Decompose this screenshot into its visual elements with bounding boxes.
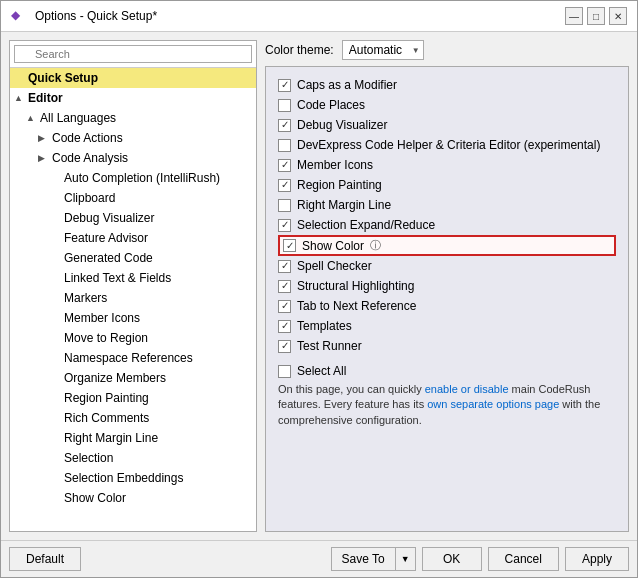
tree-item-region-painting[interactable]: Region Painting: [10, 388, 256, 408]
cancel-button[interactable]: Cancel: [488, 547, 559, 571]
tree-item-selection-embeddings[interactable]: Selection Embeddings: [10, 468, 256, 488]
info-icon[interactable]: ⓘ: [370, 238, 381, 253]
tree-item-auto-completion[interactable]: Auto Completion (IntelliRush): [10, 168, 256, 188]
color-theme-select[interactable]: Automatic Light Dark: [342, 40, 424, 60]
ok-button[interactable]: OK: [422, 547, 482, 571]
tree-label: Generated Code: [64, 251, 153, 265]
tree-item-namespace-references[interactable]: Namespace References: [10, 348, 256, 368]
default-button[interactable]: Default: [9, 547, 81, 571]
tree-label: All Languages: [40, 111, 116, 125]
tree-label: Move to Region: [64, 331, 148, 345]
minimize-button[interactable]: —: [565, 7, 583, 25]
options-panel: Caps as a Modifier Code Places Debug Vis…: [265, 66, 629, 532]
description-text: On this page, you can quickly enable or …: [278, 382, 616, 428]
tree-item-move-to-region[interactable]: Move to Region: [10, 328, 256, 348]
option-row-right-margin: Right Margin Line: [278, 195, 616, 215]
bottom-right-buttons: Save To ▼ OK Cancel Apply: [331, 547, 629, 571]
checkbox-region-painting[interactable]: [278, 179, 291, 192]
tree-item-show-color[interactable]: Show Color: [10, 488, 256, 508]
checkbox-test-runner[interactable]: [278, 340, 291, 353]
tree-item-organize-members[interactable]: Organize Members: [10, 368, 256, 388]
tree-label: Debug Visualizer: [64, 211, 155, 225]
tree-item-generated-code[interactable]: Generated Code: [10, 248, 256, 268]
save-to-dropdown-arrow[interactable]: ▼: [395, 548, 415, 570]
option-row-structural-highlighting: Structural Highlighting: [278, 276, 616, 296]
bottom-left-buttons: Default: [9, 547, 81, 571]
tree-item-all-languages[interactable]: ▲ All Languages: [10, 108, 256, 128]
save-to-button-group: Save To ▼: [331, 547, 416, 571]
main-content: 🔍 Quick Setup ▲ Editor ▲ All Lan: [1, 32, 637, 540]
option-row-tab-next-ref: Tab to Next Reference: [278, 296, 616, 316]
tree-item-code-actions[interactable]: ▶ Code Actions: [10, 128, 256, 148]
tree-item-quick-setup[interactable]: Quick Setup: [10, 68, 256, 88]
color-theme-row: Color theme: Automatic Light Dark: [265, 40, 629, 60]
options-dialog: ◆ Options - Quick Setup* — □ ✕ 🔍 Quick S…: [0, 0, 638, 578]
expand-icon: ▲: [26, 113, 38, 123]
tree-item-member-icons[interactable]: Member Icons: [10, 308, 256, 328]
tree-label: Selection Embeddings: [64, 471, 183, 485]
checkbox-member-icons[interactable]: [278, 159, 291, 172]
checkbox-code-places[interactable]: [278, 99, 291, 112]
checkbox-right-margin[interactable]: [278, 199, 291, 212]
tree-item-linked-text[interactable]: Linked Text & Fields: [10, 268, 256, 288]
maximize-button[interactable]: □: [587, 7, 605, 25]
tree-label: Code Analysis: [52, 151, 128, 165]
tree-label: Markers: [64, 291, 107, 305]
close-button[interactable]: ✕: [609, 7, 627, 25]
tree-list: Quick Setup ▲ Editor ▲ All Languages ▶ C…: [10, 68, 256, 531]
checkbox-spell-checker[interactable]: [278, 260, 291, 273]
option-label-region-painting: Region Painting: [297, 178, 382, 192]
option-label-caps-modifier: Caps as a Modifier: [297, 78, 397, 92]
tree-item-debug-visualizer[interactable]: Debug Visualizer: [10, 208, 256, 228]
option-row-code-places: Code Places: [278, 95, 616, 115]
color-theme-select-wrapper: Automatic Light Dark: [342, 40, 424, 60]
option-label-show-color: Show Color: [302, 239, 364, 253]
tree-label: Show Color: [64, 491, 126, 505]
tree-item-selection[interactable]: Selection: [10, 448, 256, 468]
search-input[interactable]: [14, 45, 252, 63]
tree-label: Linked Text & Fields: [64, 271, 171, 285]
option-label-structural-highlighting: Structural Highlighting: [297, 279, 414, 293]
tree-label: Right Margin Line: [64, 431, 158, 445]
checkbox-templates[interactable]: [278, 320, 291, 333]
option-row-selection-expand: Selection Expand/Reduce: [278, 215, 616, 235]
color-theme-label: Color theme:: [265, 43, 334, 57]
tree-item-rich-comments[interactable]: Rich Comments: [10, 408, 256, 428]
checkbox-tab-next-ref[interactable]: [278, 300, 291, 313]
tree-label: Quick Setup: [28, 71, 98, 85]
tree-item-code-analysis[interactable]: ▶ Code Analysis: [10, 148, 256, 168]
checkbox-show-color[interactable]: [283, 239, 296, 252]
apply-button[interactable]: Apply: [565, 547, 629, 571]
search-box: 🔍: [10, 41, 256, 68]
checkbox-devexpress-helper[interactable]: [278, 139, 291, 152]
tree-label: Code Actions: [52, 131, 123, 145]
tree-label: Feature Advisor: [64, 231, 148, 245]
expand-icon: ▶: [38, 153, 50, 163]
expand-icon: ▶: [38, 133, 50, 143]
tree-item-right-margin-line[interactable]: Right Margin Line: [10, 428, 256, 448]
select-all-label: Select All: [297, 364, 346, 378]
tree-item-clipboard[interactable]: Clipboard: [10, 188, 256, 208]
right-panel: Color theme: Automatic Light Dark Caps a…: [265, 40, 629, 532]
option-row-debug-visualizer: Debug Visualizer: [278, 115, 616, 135]
app-icon: ◆: [11, 8, 27, 24]
checkbox-selection-expand[interactable]: [278, 219, 291, 232]
tree-label: Clipboard: [64, 191, 115, 205]
option-row-region-painting: Region Painting: [278, 175, 616, 195]
tree-label: Editor: [28, 91, 63, 105]
option-row-templates: Templates: [278, 316, 616, 336]
tree-panel: 🔍 Quick Setup ▲ Editor ▲ All Lan: [9, 40, 257, 532]
search-wrapper: 🔍: [14, 45, 252, 63]
tree-item-feature-advisor[interactable]: Feature Advisor: [10, 228, 256, 248]
checkbox-debug-visualizer[interactable]: [278, 119, 291, 132]
checkbox-select-all[interactable]: [278, 365, 291, 378]
tree-item-editor[interactable]: ▲ Editor: [10, 88, 256, 108]
option-label-code-places: Code Places: [297, 98, 365, 112]
save-to-button[interactable]: Save To: [332, 548, 395, 570]
tree-item-markers[interactable]: Markers: [10, 288, 256, 308]
checkbox-structural-highlighting[interactable]: [278, 280, 291, 293]
option-row-devexpress-helper: DevExpress Code Helper & Criteria Editor…: [278, 135, 616, 155]
checkbox-caps-modifier[interactable]: [278, 79, 291, 92]
option-label-spell-checker: Spell Checker: [297, 259, 372, 273]
option-label-test-runner: Test Runner: [297, 339, 362, 353]
